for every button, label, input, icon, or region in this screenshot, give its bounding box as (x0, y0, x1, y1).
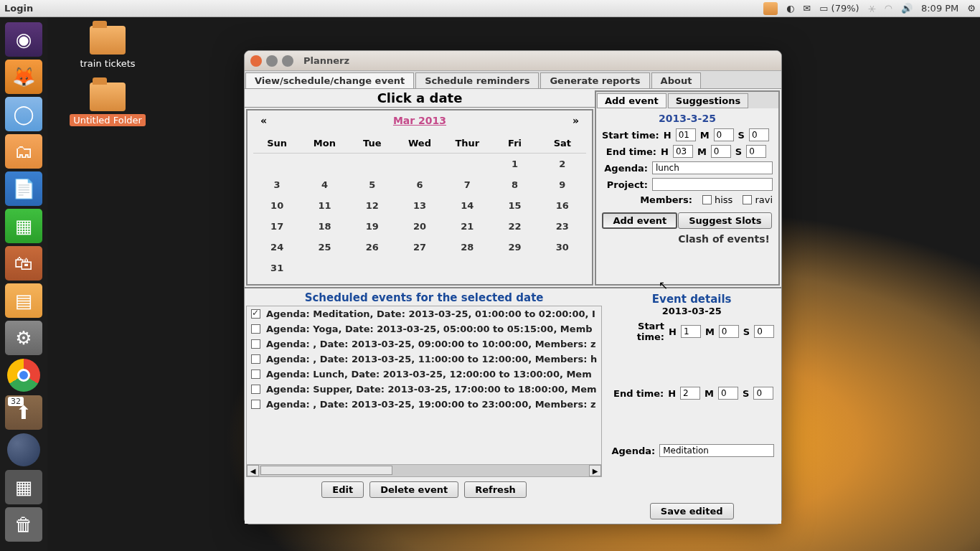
event-checkbox[interactable] (251, 339, 260, 349)
folder-train-tickets[interactable]: train tickets (65, 26, 151, 70)
cal-date[interactable]: 30 (539, 237, 586, 258)
bluetooth-icon[interactable]: ⚹ (868, 3, 876, 14)
panel-menu-login[interactable]: Login (4, 3, 33, 14)
cal-date[interactable]: 1 (491, 154, 538, 174)
agenda-input[interactable] (652, 161, 773, 174)
cal-date[interactable]: 5 (349, 174, 396, 195)
sound-icon[interactable]: 🔊 (901, 3, 913, 14)
tab-reminders[interactable]: Schedule reminders (415, 72, 539, 88)
cal-date[interactable]: 16 (539, 195, 586, 216)
cal-date[interactable]: 8 (491, 174, 538, 195)
software-updater-icon[interactable]: 32⬆ (5, 395, 42, 430)
software-center-icon[interactable]: 🛍 (5, 246, 42, 281)
add-event-button[interactable]: Add event (602, 212, 677, 229)
cal-date[interactable]: 17 (253, 216, 301, 237)
refresh-button[interactable]: Refresh (464, 481, 527, 498)
chromium-icon[interactable]: ◯ (5, 97, 42, 131)
cal-date[interactable]: 31 (253, 258, 301, 278)
session-icon[interactable]: ⚙ (967, 3, 976, 14)
project-input[interactable] (652, 178, 773, 191)
files-icon[interactable]: 🗂 (5, 134, 42, 169)
close-icon[interactable] (250, 55, 262, 67)
cal-date[interactable]: 28 (443, 237, 491, 258)
cal-date[interactable]: 20 (396, 216, 443, 237)
wifi-icon[interactable]: ◠ (885, 3, 892, 14)
event-item[interactable]: Agenda: Lunch, Date: 2013-03-25, 12:00:0… (247, 367, 601, 382)
event-checkbox[interactable] (251, 400, 260, 409)
start-min-input[interactable] (714, 128, 734, 141)
event-item[interactable]: Agenda: Meditation, Date: 2013-03-25, 01… (247, 306, 601, 321)
event-item[interactable]: Agenda: Supper, Date: 2013-03-25, 17:00:… (247, 382, 601, 397)
cal-date[interactable]: 22 (491, 216, 538, 237)
indicator-app-icon[interactable] (763, 2, 778, 15)
horizontal-scrollbar[interactable]: ◀ ▶ (246, 465, 602, 477)
cal-date[interactable]: 2 (539, 154, 586, 174)
details-end-hour-input[interactable] (680, 387, 700, 400)
tab-reports[interactable]: Generate reports (540, 72, 649, 88)
event-item[interactable]: Agenda: , Date: 2013-03-25, 11:00:00 to … (247, 352, 601, 367)
tab-suggestions[interactable]: Suggestions (668, 93, 748, 108)
event-item[interactable]: Agenda: , Date: 2013-03-25, 19:00:00 to … (247, 397, 601, 412)
tab-view-schedule[interactable]: View/schedule/change event (245, 72, 414, 88)
writer-icon[interactable]: 📄 (5, 171, 42, 206)
cal-date[interactable]: 13 (396, 195, 443, 216)
details-agenda-input[interactable] (659, 444, 774, 457)
cal-date[interactable]: 27 (396, 237, 443, 258)
indicator-sync-icon[interactable]: ◐ (786, 3, 794, 14)
cal-date[interactable]: 25 (301, 237, 348, 258)
details-end-sec-input[interactable] (753, 387, 773, 400)
event-checkbox[interactable] (251, 324, 260, 334)
clock[interactable]: 8:09 PM (921, 3, 958, 14)
settings-icon[interactable]: ⚙ (5, 321, 42, 355)
cal-date[interactable]: 29 (491, 237, 538, 258)
event-list[interactable]: Agenda: Meditation, Date: 2013-03-25, 01… (246, 306, 602, 465)
details-start-hour-input[interactable] (681, 325, 701, 338)
trash-icon[interactable]: 🗑 (5, 507, 42, 542)
member-checkbox-hiss[interactable]: hiss (702, 194, 732, 205)
cal-date[interactable]: 15 (491, 195, 538, 216)
impress-icon[interactable]: ▤ (5, 283, 42, 318)
cal-date[interactable]: 7 (443, 174, 491, 195)
mail-icon[interactable]: ✉ (803, 3, 811, 14)
cal-date[interactable]: 6 (396, 174, 443, 195)
event-checkbox[interactable] (251, 309, 260, 319)
maximize-icon[interactable] (282, 55, 293, 67)
cal-date[interactable]: 26 (349, 237, 396, 258)
cal-date[interactable]: 12 (349, 195, 396, 216)
event-checkbox[interactable] (251, 369, 260, 379)
calendar-month-label[interactable]: Mar 2013 (393, 115, 446, 126)
dash-icon[interactable]: ◉ (5, 22, 42, 57)
battery-indicator[interactable]: ▭(79%) (819, 3, 859, 14)
chrome-icon[interactable] (5, 358, 42, 392)
eclipse-icon[interactable] (5, 433, 42, 467)
calc-icon[interactable]: ▦ (5, 209, 42, 243)
details-end-min-input[interactable] (718, 387, 738, 400)
cal-date[interactable]: 19 (349, 216, 396, 237)
calendar-prev-button[interactable]: « (260, 115, 267, 126)
cal-date[interactable]: 24 (253, 237, 301, 258)
cal-date[interactable]: 21 (443, 216, 491, 237)
cal-date[interactable]: 9 (539, 174, 586, 195)
event-checkbox[interactable] (251, 354, 260, 364)
window-titlebar[interactable]: Plannerz (245, 51, 781, 71)
member-checkbox-ravi[interactable]: ravi (743, 194, 773, 205)
start-hour-input[interactable] (676, 128, 696, 141)
end-min-input[interactable] (711, 145, 731, 158)
scroll-right-icon[interactable]: ▶ (589, 465, 601, 476)
minimize-icon[interactable] (266, 55, 278, 67)
edit-button[interactable]: Edit (321, 481, 364, 498)
calendar-next-button[interactable]: » (573, 115, 579, 126)
cal-date[interactable]: 10 (253, 195, 301, 216)
cal-date[interactable]: 3 (253, 174, 301, 195)
folder-untitled[interactable]: Untitled Folder (65, 83, 151, 126)
event-checkbox[interactable] (251, 385, 260, 394)
tab-about[interactable]: About (651, 72, 702, 88)
details-start-min-input[interactable] (719, 325, 739, 338)
event-item[interactable]: Agenda: , Date: 2013-03-25, 09:00:00 to … (247, 336, 601, 352)
suggest-slots-button[interactable]: Suggest Slots (678, 212, 772, 229)
firefox-icon[interactable]: 🦊 (5, 60, 42, 94)
end-sec-input[interactable] (746, 145, 766, 158)
end-hour-input[interactable] (673, 145, 693, 158)
cal-date[interactable]: 23 (539, 216, 586, 237)
cal-date[interactable]: 14 (443, 195, 491, 216)
